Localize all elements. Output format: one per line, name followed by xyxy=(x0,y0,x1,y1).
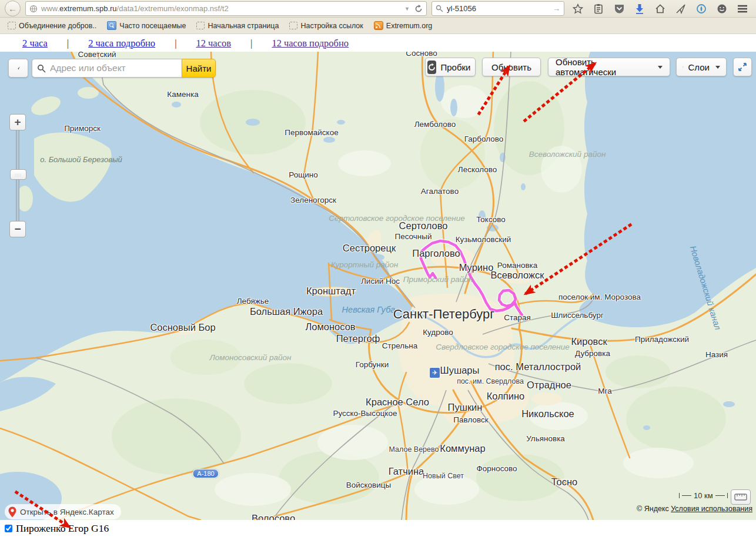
refresh-button[interactable]: Обновить xyxy=(482,58,541,76)
map-graphics xyxy=(0,52,756,520)
folder-search-icon xyxy=(107,21,116,30)
map-copyright: © Яндекс Условия использования xyxy=(0,505,752,513)
traffic-button[interactable]: Пробки xyxy=(425,58,476,76)
bookmark-item[interactable]: Настройка ссылок xyxy=(285,21,367,31)
time-range-link[interactable]: 12 часов xyxy=(196,38,231,49)
dashed-icon xyxy=(289,22,297,29)
ruler-button[interactable] xyxy=(731,489,751,505)
auto-refresh-label: Обновить автоматически xyxy=(556,57,652,77)
road-badge: А-180 xyxy=(192,469,219,478)
layers-icon xyxy=(683,62,684,72)
browser-search-bar[interactable]: yl-51056 → xyxy=(431,1,564,16)
link-separator: | xyxy=(67,38,69,49)
chevron-down-icon xyxy=(658,66,663,69)
dashed-icon xyxy=(8,22,16,29)
map-search-input[interactable]: Адрес или объект xyxy=(32,59,182,78)
send-tab-icon[interactable] xyxy=(674,2,687,15)
airport-icon: ✈ xyxy=(429,367,440,378)
time-links-row: 2 часа|2 часа подробно|12 часов|12 часов… xyxy=(0,35,756,52)
geolocation-button[interactable] xyxy=(8,59,28,78)
search-value: yl-51056 xyxy=(447,4,549,13)
map-canvas[interactable]: СоветскийСосновоКаменкаПриморскЛемболово… xyxy=(0,52,756,520)
browser-navbar: ← www.extremum.spb.ru/data1/extremum/exo… xyxy=(0,0,756,18)
track-label: Пироженко Егор G16 xyxy=(16,522,109,535)
search-icon xyxy=(436,5,443,12)
bookmark-label: Начальная страница xyxy=(208,22,279,30)
layers-label: Слои xyxy=(688,62,710,72)
page: ← www.extremum.spb.ru/data1/extremum/exo… xyxy=(0,0,756,537)
bookmark-star-icon[interactable] xyxy=(571,2,584,15)
yandex-disk-icon[interactable] xyxy=(695,2,708,15)
track-checkbox[interactable] xyxy=(5,525,12,532)
menu-icon[interactable] xyxy=(736,2,749,15)
time-range-link[interactable]: 2 часа подробно xyxy=(88,38,155,49)
link-separator: | xyxy=(175,38,176,49)
auto-refresh-dropdown[interactable]: Обновить автоматически xyxy=(548,58,670,76)
clipboard-icon[interactable] xyxy=(592,2,605,15)
bookmarks-items: Объединение добров..Часто посещаемыеНача… xyxy=(4,20,436,31)
location-arrow-icon xyxy=(16,63,21,73)
copyright-text: © Яндекс xyxy=(637,505,669,513)
bookmark-label: Часто посещаемые xyxy=(119,22,186,30)
bookmark-item[interactable]: Объединение добров.. xyxy=(4,21,101,31)
time-range-link[interactable]: 2 часа xyxy=(22,38,48,49)
scale-label: 10 км xyxy=(694,491,713,500)
chevron-down-icon xyxy=(715,66,720,69)
ruler-icon xyxy=(734,494,747,501)
bookmark-label: Настройка ссылок xyxy=(300,22,363,30)
time-range-link[interactable]: 12 часов подробно xyxy=(272,38,349,49)
scale-bar: 10 км xyxy=(679,491,728,500)
home-icon[interactable] xyxy=(654,2,667,15)
rss-icon xyxy=(374,21,383,30)
bookmark-item[interactable]: Часто посещаемые xyxy=(103,20,190,31)
footer-bar: Пироженко Егор G16 xyxy=(0,520,756,537)
back-button[interactable]: ← xyxy=(5,1,21,16)
map-search-placeholder: Адрес или объект xyxy=(50,63,126,73)
links-items: 2 часа|2 часа подробно|12 часов|12 часов… xyxy=(22,38,349,49)
downloads-icon[interactable] xyxy=(633,2,646,15)
feedback-smiley-icon[interactable] xyxy=(715,2,728,15)
bookmark-label: Extremum.org xyxy=(386,22,433,30)
dashed-icon xyxy=(196,22,205,29)
zoom-in-button[interactable]: + xyxy=(9,114,26,130)
search-go-icon[interactable]: → xyxy=(553,4,560,13)
bookmark-label: Объединение добров.. xyxy=(19,22,96,30)
toolbar-icons xyxy=(569,2,751,15)
bookmark-item[interactable]: Extremum.org xyxy=(370,20,437,31)
pocket-icon[interactable] xyxy=(613,2,625,15)
traffic-label: Пробки xyxy=(441,62,471,72)
bookmark-item[interactable]: Начальная страница xyxy=(192,21,283,31)
layers-dropdown[interactable]: Слои xyxy=(676,58,727,76)
reload-icon[interactable] xyxy=(414,5,423,13)
url-bar[interactable]: www.extremum.spb.ru/data1/extremum/exonm… xyxy=(25,1,427,16)
terms-of-use-link[interactable]: Условия использования xyxy=(671,505,752,513)
fullscreen-icon xyxy=(738,62,747,72)
bookmarks-toolbar: Объединение добров..Часто посещаемыеНача… xyxy=(0,18,756,34)
url-text: www.extremum.spb.ru/data1/extremum/exonm… xyxy=(41,4,229,13)
find-button[interactable]: Найти xyxy=(182,59,216,78)
traffic-icon xyxy=(427,61,436,74)
zoom-out-button[interactable]: − xyxy=(9,221,26,237)
search-icon xyxy=(37,64,46,73)
fullscreen-button[interactable] xyxy=(733,58,752,76)
zoom-slider-handle[interactable]: :::: xyxy=(10,169,26,180)
globe-icon xyxy=(29,5,38,13)
link-separator: | xyxy=(250,38,252,49)
url-dropdown-icon[interactable]: ▼ xyxy=(404,6,410,12)
